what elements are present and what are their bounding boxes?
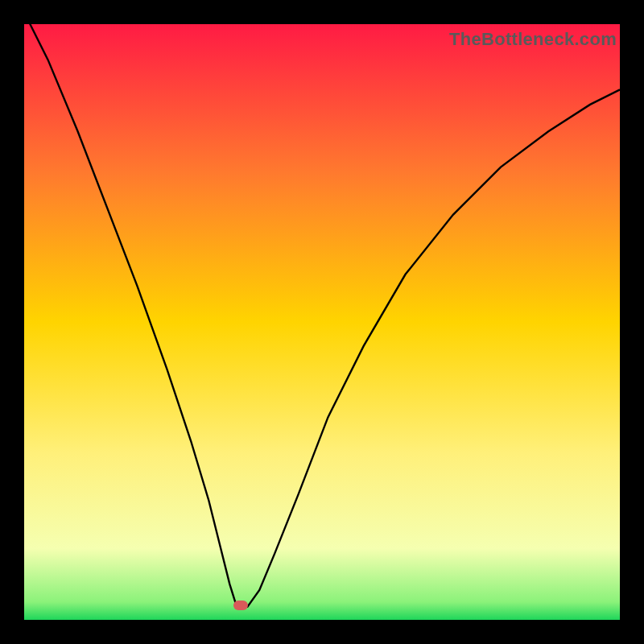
optimum-marker	[233, 601, 248, 610]
plot-frame: TheBottleneck.com	[24, 24, 620, 620]
bottleneck-curve-layer	[24, 24, 620, 620]
bottleneck-curve	[24, 12, 620, 608]
